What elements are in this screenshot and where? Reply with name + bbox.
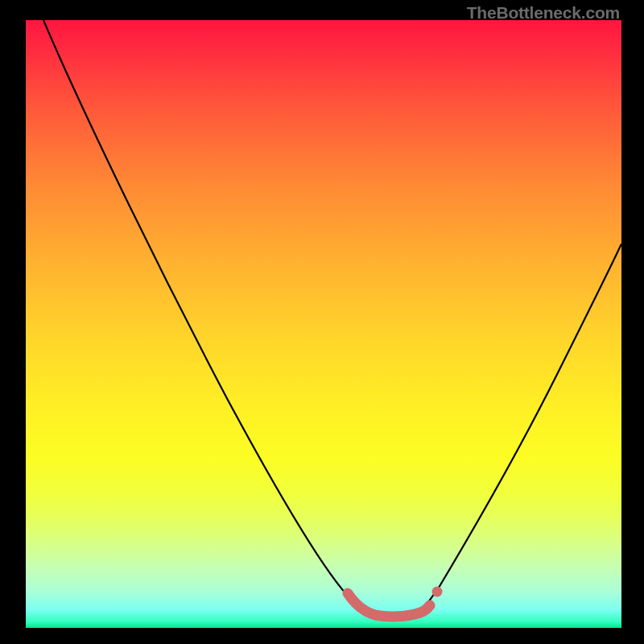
- bottleneck-curve: [43, 20, 621, 617]
- optimal-region-marker: [348, 587, 443, 617]
- chart-container: TheBottleneck.com: [0, 0, 644, 644]
- chart-svg: [26, 20, 621, 628]
- plot-area: [26, 20, 621, 628]
- svg-point-0: [432, 587, 443, 597]
